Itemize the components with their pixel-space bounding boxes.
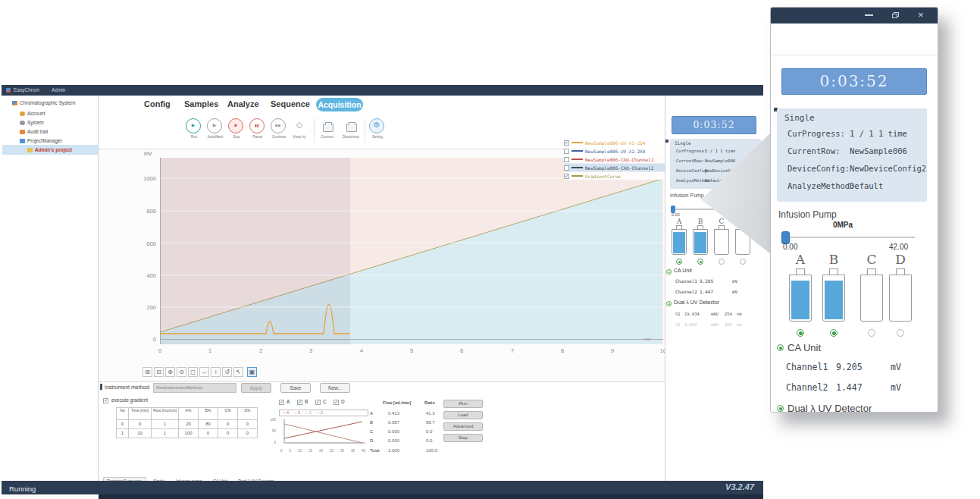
connect-button[interactable]	[323, 121, 333, 135]
stop-button[interactable]: ■	[228, 118, 243, 133]
pan-vertical-tool[interactable]: ↕	[211, 367, 221, 377]
gradient-cell[interactable]: 0	[238, 420, 258, 429]
gradient-cell[interactable]: 20	[179, 420, 199, 429]
gradient-cell[interactable]: 0	[218, 420, 238, 429]
audit-trail-icon	[20, 130, 25, 134]
ca-unit-title: CA Unit	[674, 268, 692, 273]
pointer-tool-active[interactable]: ▣	[247, 367, 257, 377]
legend-checkbox-checked[interactable]: ✓	[564, 174, 569, 179]
grid-off-tool[interactable]: ⊟	[154, 367, 164, 377]
gradient-cell[interactable]: 1	[152, 420, 179, 429]
legend-row[interactable]: NewSample006-CAD-Channel1	[564, 155, 665, 163]
app-icon	[6, 88, 11, 93]
toolbar-separator	[314, 118, 315, 143]
channel-b-checkbox[interactable]: ✓	[297, 400, 302, 405]
grid-tool[interactable]: ⊞	[142, 367, 152, 377]
new-method-button[interactable]: New...	[320, 383, 350, 393]
bottle-b-neck	[829, 268, 838, 275]
sidebar-item-audit-trail[interactable]: Audit trail	[20, 127, 48, 137]
keep-inj-button[interactable]: ◇	[293, 120, 305, 132]
sidebar-item-system[interactable]: System	[20, 118, 44, 127]
setting-button[interactable]: ⚙	[369, 118, 384, 133]
execute-gradient-checkbox[interactable]: ✓	[103, 398, 108, 403]
pressure-min: 0.00	[672, 212, 680, 217]
bottle-b-fill	[694, 232, 706, 253]
gradient-cell[interactable]: 0	[117, 420, 129, 429]
bottle-a-status-indicator	[797, 329, 804, 337]
run-button[interactable]: ▶	[186, 118, 201, 133]
pressure-min-large: 0.00	[783, 243, 797, 251]
legend-row[interactable]: ✓GradientCurve	[564, 172, 665, 180]
y-axis-unit-label: mV	[144, 151, 152, 156]
autowash-button[interactable]: ▶	[207, 118, 222, 133]
legend-checkbox[interactable]	[564, 157, 569, 162]
connect-icon	[323, 124, 333, 132]
pan-tool[interactable]: ↖	[233, 367, 243, 377]
save-button[interactable]: Save	[280, 383, 311, 393]
disconnect-button[interactable]	[346, 121, 357, 135]
panel-collapse-handle[interactable]	[100, 384, 102, 390]
uv-detector-status-icon	[666, 301, 672, 306]
continue-button[interactable]: ▶▶	[271, 118, 286, 133]
uv-detector-title-large: Dual λ UV Detector	[787, 403, 872, 413]
gradient-cell[interactable]: 1	[152, 429, 179, 438]
pan-horizontal-tool[interactable]: ↔	[199, 367, 209, 377]
bottle-c-status-indicator	[719, 259, 725, 265]
channel-c-checkbox[interactable]: ✓	[315, 400, 321, 405]
legend-line-swatch	[571, 142, 583, 143]
desktop: EasyChrom Admin Chromatographic System A…	[0, 0, 980, 499]
legend-row-selected[interactable]: NewSample006-CAD-Channel2	[564, 164, 665, 171]
minimize-icon[interactable]	[865, 14, 873, 16]
pump-run-button[interactable]: Run	[443, 400, 483, 408]
legend-row[interactable]: ✓NewSample006-UV-λ1-254	[564, 139, 665, 146]
reset-view-tool[interactable]: ↺	[222, 367, 232, 377]
restore-icon[interactable]	[892, 12, 899, 18]
legend-checkbox[interactable]	[564, 149, 569, 154]
legend-checkbox-checked[interactable]: ✓	[564, 140, 569, 146]
pump-load-button[interactable]: Load	[443, 411, 483, 419]
gradient-cell[interactable]: 0	[199, 429, 218, 438]
menu-acquisition-active[interactable]: Acquisition	[316, 98, 363, 111]
gradient-cell[interactable]: 0	[129, 420, 152, 429]
pump-stop-button[interactable]: Stop	[443, 434, 483, 442]
uv-detector-status-icon	[777, 405, 784, 412]
instrument-method-input[interactable]: NewInstrumentMethod	[153, 383, 236, 393]
channel-a-checkbox[interactable]: ✓	[279, 400, 284, 405]
gradient-cell[interactable]: 100	[179, 429, 199, 438]
sidebar-item-chromatographic-system[interactable]: Chromatographic System	[12, 99, 75, 108]
legend-checkbox[interactable]	[564, 165, 569, 171]
zoom-box-tool[interactable]: ◻	[188, 367, 198, 377]
channel-d-checkbox[interactable]: ✓	[333, 400, 339, 405]
pump-section-title-large: Infusion Pump	[778, 209, 837, 220]
ca-unit-status-icon	[777, 344, 784, 351]
instrument-method-label: Instrument method:	[105, 384, 150, 390]
chart-legend: ✓NewSample006-UV-λ1-254 NewSample006-UV-…	[564, 139, 665, 181]
zoom-in-tool[interactable]: ⊕	[165, 367, 175, 377]
gradient-cell[interactable]: 80	[199, 420, 218, 429]
pause-button[interactable]: ▮▮	[249, 118, 265, 133]
status-text: Running	[9, 485, 36, 493]
menu-samples[interactable]: Samples	[184, 99, 218, 108]
menu-sequence[interactable]: Sequence	[271, 99, 310, 108]
solvent-bottle-c	[714, 229, 729, 255]
gradient-table: No Time [min] Flow [mL/min] A% B% C% D% …	[116, 407, 258, 438]
divider	[771, 55, 938, 55]
legend-line-swatch	[571, 167, 583, 168]
legend-row[interactable]: NewSample006-UV-λ2-254	[564, 147, 665, 155]
bottle-a-status-indicator	[676, 259, 682, 265]
pump-advanced-button[interactable]: Advanced	[443, 422, 483, 431]
apply-button[interactable]: Apply	[241, 383, 271, 393]
gradient-cell[interactable]: 0	[218, 429, 238, 438]
sidebar-item-account[interactable]: Account	[20, 109, 45, 118]
bottle-a-fill	[791, 281, 809, 319]
zoom-out-tool[interactable]: ⊖	[177, 367, 186, 377]
chromatogram-plot[interactable]	[160, 158, 663, 344]
gradient-cell[interactable]: 0	[238, 429, 258, 438]
gradient-cell[interactable]: 1	[117, 429, 129, 438]
mini-chart-legend-strip: — A — B — C — D	[279, 410, 368, 416]
gradient-cell[interactable]: 10	[129, 429, 152, 438]
menu-analyze[interactable]: Analyze	[227, 99, 259, 108]
close-icon[interactable]: ×	[918, 9, 924, 20]
sidebar-item-admins-project[interactable]: Admin's project	[27, 146, 72, 155]
menu-config[interactable]: Config	[144, 99, 171, 108]
